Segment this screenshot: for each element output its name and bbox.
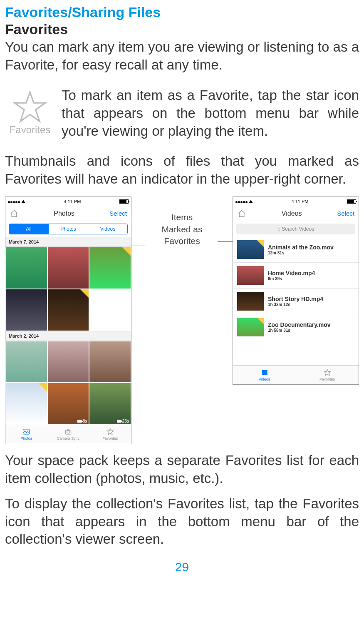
video-list: Animals at the Zoo.mov 12m 31s Home Vide… — [233, 237, 359, 340]
photos-screenshot: 4:11 PM Photos Select All Photos Videos … — [5, 197, 131, 444]
video-thumb — [237, 318, 264, 336]
page-number: 29 — [5, 560, 359, 574]
tab-label: Favorites — [319, 377, 335, 381]
tab-favorites[interactable]: Favorites — [89, 425, 131, 444]
date-header: March 2, 2014 — [5, 331, 131, 341]
indicator-paragraph: Thumbnails and icons of files that you m… — [5, 152, 359, 188]
videos-screenshot: 4:11 PM Videos Select ⌕ Search Videos An… — [233, 197, 359, 385]
status-bar: 4:11 PM — [5, 197, 131, 206]
video-thumb — [237, 240, 264, 259]
seg-all[interactable]: All — [9, 224, 48, 234]
favorite-corner-icon — [122, 247, 131, 256]
photo-grid: 8s 23s — [5, 341, 131, 425]
video-thumb — [237, 266, 264, 285]
photo-thumb[interactable] — [5, 383, 47, 425]
photo-thumb[interactable] — [47, 289, 89, 331]
video-thumb[interactable]: 8s — [47, 383, 89, 425]
video-name: Animals at the Zoo.mov — [268, 244, 354, 251]
segmented-control[interactable]: All Photos Videos — [9, 224, 128, 234]
search-placeholder: Search Videos — [282, 226, 314, 232]
svg-rect-6 — [262, 371, 267, 375]
video-duration: 12m 31s — [268, 251, 354, 255]
video-name: Home Video.mp4 — [268, 270, 354, 276]
tab-label: Photos — [20, 436, 32, 440]
video-thumb — [237, 292, 264, 311]
tab-bar: Photos Camera Sync Favorites — [5, 425, 131, 444]
separate-list-paragraph: Your space pack keeps a separate Favorit… — [5, 452, 359, 488]
photo-thumb[interactable] — [89, 247, 131, 289]
photo-grid — [5, 247, 131, 331]
video-icon — [117, 420, 121, 423]
nav-title: Videos — [282, 210, 302, 217]
date-header: March 7, 2014 — [5, 237, 131, 247]
intro-paragraph: You can mark any item you are viewing or… — [5, 38, 359, 74]
video-duration: 1h 58m 31s — [268, 328, 354, 333]
search-input[interactable]: ⌕ Search Videos — [236, 224, 355, 234]
video-icon — [77, 420, 82, 423]
video-name: Zoo Documentary.mov — [268, 321, 354, 328]
status-time: 4:11 PM — [292, 199, 309, 204]
svg-marker-0 — [15, 92, 45, 122]
signal-dots-icon — [8, 199, 20, 204]
connector-line — [131, 246, 145, 246]
video-duration: 1h 32m 12s — [268, 302, 354, 307]
video-name: Short Story HD.mp4 — [268, 296, 354, 302]
tab-bar: Videos Favorites — [233, 365, 359, 384]
select-button[interactable]: Select — [337, 210, 354, 217]
home-icon[interactable] — [10, 209, 19, 218]
svg-rect-7 — [262, 370, 267, 371]
svg-marker-8 — [324, 369, 330, 375]
tab-label: Favorites — [102, 436, 118, 440]
wifi-icon — [249, 200, 253, 203]
select-button[interactable]: Select — [109, 210, 127, 217]
tab-favorites[interactable]: Favorites — [296, 366, 359, 384]
camera-sync-icon — [64, 428, 73, 435]
video-row[interactable]: Zoo Documentary.mov 1h 58m 31s — [233, 314, 359, 340]
video-row[interactable]: Animals at the Zoo.mov 12m 31s — [233, 237, 359, 263]
seg-photos[interactable]: Photos — [48, 224, 88, 234]
duration-badge: 8s — [77, 419, 87, 423]
connector-line — [218, 241, 233, 242]
magnify-icon: ⌕ — [277, 226, 280, 232]
favorite-corner-icon — [257, 240, 264, 247]
section-title: Favorites/Sharing Files — [5, 4, 359, 20]
seg-videos[interactable]: Videos — [88, 224, 127, 234]
display-favorites-paragraph: To display the collection's Favorites li… — [5, 495, 359, 549]
video-row[interactable]: Short Story HD.mp4 1h 32m 12s — [233, 289, 359, 314]
photo-thumb[interactable] — [5, 289, 47, 331]
star-outline-icon — [13, 90, 47, 124]
tab-videos[interactable]: Videos — [233, 366, 296, 384]
home-icon[interactable] — [237, 209, 246, 218]
nav-bar: Photos Select — [5, 206, 131, 221]
nav-bar: Videos Select — [233, 206, 359, 221]
favorites-heading: Favorites — [5, 21, 359, 37]
photo-thumb[interactable] — [47, 341, 89, 383]
duration-badge: 23s — [117, 419, 129, 423]
photo-thumb[interactable] — [89, 289, 131, 331]
callout-label: Items Marked as Favorites — [131, 197, 233, 247]
signal-dots-icon — [235, 199, 248, 204]
star-icon — [106, 428, 115, 435]
photo-thumb[interactable] — [47, 247, 89, 289]
photo-thumb[interactable] — [5, 247, 47, 289]
favorites-tip-text: To mark an item as a Favorite, tap the s… — [62, 87, 359, 140]
favorite-corner-icon — [257, 318, 264, 324]
screenshots-row: 4:11 PM Photos Select All Photos Videos … — [5, 197, 359, 444]
nav-title: Photos — [54, 210, 74, 217]
photo-thumb[interactable] — [89, 341, 131, 383]
photos-tab-icon — [22, 428, 31, 435]
video-row[interactable]: Home Video.mp4 6m 39s — [233, 263, 359, 289]
video-duration: 6m 39s — [268, 276, 354, 281]
status-time: 4:11 PM — [64, 199, 81, 204]
favorite-corner-icon — [39, 383, 47, 391]
tab-photos[interactable]: Photos — [5, 425, 47, 444]
svg-rect-4 — [67, 429, 69, 430]
video-thumb[interactable]: 23s — [89, 383, 131, 425]
battery-icon — [347, 199, 356, 204]
clapper-icon — [260, 369, 269, 376]
photo-thumb[interactable] — [5, 341, 47, 383]
star-icon — [323, 369, 332, 376]
tab-camera-sync[interactable]: Camera Sync — [47, 425, 89, 444]
tab-label: Videos — [259, 377, 270, 381]
tab-label: Camera Sync — [57, 436, 80, 440]
